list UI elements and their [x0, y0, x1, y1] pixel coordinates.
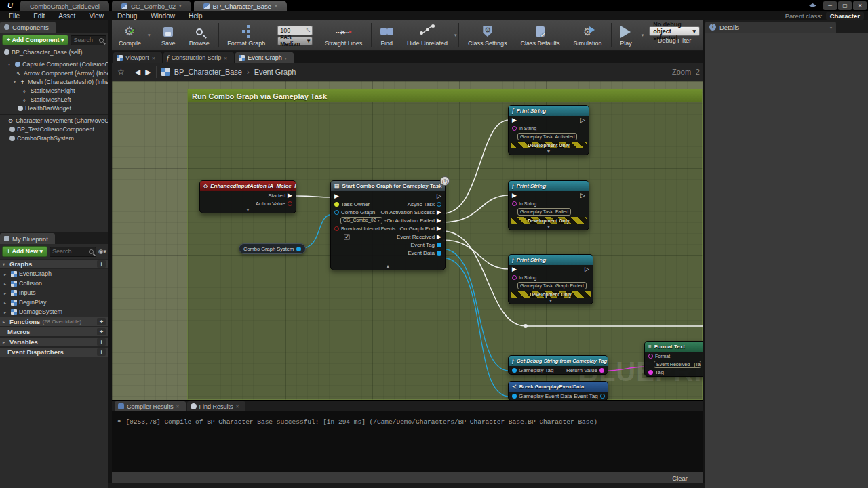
task-owner-pin[interactable]: [334, 202, 339, 207]
expander-icon[interactable]: ▸: [4, 291, 9, 296]
tutorial-cap-icon[interactable]: [809, 3, 816, 7]
back-button[interactable]: ◀: [135, 68, 140, 77]
node-print-string-1[interactable]: fPrint String ▶▷ In String Gameplay Task…: [508, 105, 589, 155]
find-button[interactable]: Find: [374, 20, 400, 50]
exec-pin-out[interactable]: ▶: [437, 226, 441, 232]
hide-unrelated-button[interactable]: Hide Unrelated: [400, 20, 454, 50]
minimize-button[interactable]: ─: [823, 1, 837, 10]
exec-pin-in[interactable]: ▶: [512, 117, 517, 123]
component-item-staticmesh-left[interactable]: ⬨StaticMeshLeft: [0, 95, 108, 104]
data-pin-out[interactable]: [288, 201, 292, 206]
in-string-pin[interactable]: [512, 126, 517, 131]
add-function-button[interactable]: +: [97, 318, 106, 325]
exec-pin-in[interactable]: ▶: [512, 192, 517, 199]
tab-compiler-results[interactable]: Compiler Results✕: [115, 401, 186, 411]
event-tag-out-pin[interactable]: [600, 394, 605, 399]
component-item-testcollision[interactable]: BP_TestCollisionComponent: [0, 125, 108, 134]
collapse-arrow-icon[interactable]: ▼: [509, 149, 589, 155]
component-item-charmove[interactable]: ⚙Character Movement (CharMoveCo: [0, 116, 108, 125]
simulation-button[interactable]: ⚙Simulation: [567, 20, 609, 50]
component-item-self[interactable]: BP_Character_Base (self): [0, 47, 108, 56]
close-button[interactable]: ✕: [853, 1, 867, 10]
combo-graph-pin[interactable]: [334, 210, 339, 215]
expander-icon[interactable]: ▾: [14, 79, 18, 84]
component-item-arrow[interactable]: ↖Arrow Component (Arrow) (Inherit: [0, 68, 108, 77]
collapse-arrow-icon[interactable]: ▼: [509, 224, 589, 230]
menu-view[interactable]: View: [89, 12, 104, 20]
in-string-field[interactable]: Gameplay Task: Graph Ended: [517, 282, 587, 289]
component-item-staticmesh-right[interactable]: ⬨StaticMeshRight: [0, 86, 108, 95]
class-defaults-button[interactable]: Class Defaults: [514, 20, 567, 50]
return-value-pin[interactable]: [599, 368, 604, 373]
menu-file[interactable]: File: [9, 12, 20, 20]
node-header[interactable]: fPrint String: [509, 255, 593, 265]
components-search-input[interactable]: [73, 37, 99, 43]
node-header[interactable]: fGet Debug String from Gameplay Tag: [509, 356, 608, 366]
node-header[interactable]: ≡Format Text: [645, 342, 705, 352]
expander-icon[interactable]: ▸: [4, 272, 9, 277]
comment-header[interactable]: Run Combo Graph via Gameplay Task: [188, 89, 702, 102]
compiler-log[interactable]: ● [0253,78] Compile of BP_Character_Base…: [112, 411, 703, 472]
section-macros[interactable]: Macros+: [0, 327, 108, 337]
splitter-left[interactable]: [108, 20, 112, 488]
collapse-arrow-icon[interactable]: ▼: [200, 207, 296, 213]
tab-event-graph[interactable]: Event Graph▾: [235, 52, 294, 63]
component-item-healthbar[interactable]: HealthBarWidget: [0, 104, 108, 113]
compile-options-chevron[interactable]: ▾: [148, 33, 151, 38]
node-format-text[interactable]: ≡Format Text Format Event Received - {Ta…: [644, 341, 705, 377]
exec-pin-out[interactable]: ▶: [288, 192, 292, 199]
node-combo-graph-system-var[interactable]: Combo Graph System: [239, 243, 306, 254]
compile-button[interactable]: ⚙✓Compile: [112, 20, 148, 50]
node-header[interactable]: fPrint String: [509, 106, 589, 116]
event-data-in-pin[interactable]: [512, 394, 517, 399]
exec-pin-out[interactable]: ▶: [437, 209, 441, 216]
maximize-button[interactable]: ▢: [838, 1, 852, 10]
format-field[interactable]: Event Received - {Tag}: [654, 361, 701, 368]
close-icon[interactable]: ✕: [152, 56, 155, 60]
expander-icon[interactable]: ▸: [4, 300, 9, 305]
add-graph-button[interactable]: +: [97, 260, 106, 268]
components-tab[interactable]: Components: [0, 22, 56, 33]
expander-icon[interactable]: ▸: [4, 281, 9, 286]
exec-pin-out[interactable]: ▷: [580, 117, 585, 123]
section-variables[interactable]: ▸Variables+: [0, 337, 108, 347]
component-item-mesh[interactable]: ▾✝Mesh (CharacterMesh0) (Inherite: [0, 77, 108, 86]
node-start-combo-graph[interactable]: ◷ ▤Start Combo Graph for Gameplay Task ▶…: [330, 180, 446, 270]
collapse-arrow-icon[interactable]: ▼: [509, 298, 593, 304]
section-graphs[interactable]: ▾Graphs+: [0, 259, 108, 269]
combo-graph-select[interactable]: CG_Combo_02▾: [340, 217, 382, 224]
clear-button[interactable]: Clear: [667, 474, 693, 483]
fas-median-dropdown[interactable]: FAS Median▾: [277, 37, 313, 45]
play-button[interactable]: Play: [613, 20, 639, 50]
tab-find-results[interactable]: Find Results✕: [187, 401, 245, 411]
node-print-string-3[interactable]: fPrint String ▶▷ In String Gameplay Task…: [508, 254, 593, 304]
collapse-arrow-icon[interactable]: ▲: [331, 264, 445, 269]
forward-button[interactable]: ▶: [145, 68, 151, 77]
section-dispatchers[interactable]: Event Dispatchers+: [0, 347, 108, 357]
component-item-capsule[interactable]: ▾Capsule Component (CollisionCylin: [0, 60, 108, 68]
close-icon[interactable]: ✕: [236, 404, 239, 409]
in-string-field[interactable]: Gameplay Task: Activated: [517, 133, 577, 140]
tag-pin[interactable]: [648, 370, 653, 375]
node-enhanced-input-action[interactable]: ◇EnhancedInputAction IA_Melee_Heavy Star…: [199, 180, 296, 214]
graph-item-collision[interactable]: ▸Collision: [0, 279, 108, 288]
class-settings-button[interactable]: ⚙Class Settings: [461, 20, 514, 50]
event-graph-canvas[interactable]: Run Combo Graph via Gameplay Task BLUEPR…: [112, 81, 705, 400]
expander-icon[interactable]: ▾: [8, 62, 13, 66]
in-string-pin[interactable]: [512, 275, 517, 280]
event-data-pin[interactable]: [437, 251, 441, 256]
exec-pin-out[interactable]: ▷: [585, 266, 589, 272]
tab-viewport[interactable]: Viewport✕: [113, 52, 162, 63]
myblueprint-tab[interactable]: My Blueprint: [0, 233, 55, 244]
node-header[interactable]: ▤Start Combo Graph for Gameplay Task: [331, 181, 445, 191]
async-task-pin[interactable]: [437, 202, 441, 207]
browse-button[interactable]: Browse: [182, 20, 216, 50]
node-header[interactable]: fPrint String: [509, 181, 589, 191]
menu-help[interactable]: Help: [189, 12, 203, 20]
save-button[interactable]: Save: [155, 20, 182, 50]
node-get-debug-string[interactable]: fGet Debug String from Gameplay Tag Game…: [508, 355, 608, 375]
exec-pin-out[interactable]: ▷: [437, 193, 441, 199]
menu-window[interactable]: Window: [151, 12, 175, 20]
exec-pin-in[interactable]: ▶: [512, 266, 517, 272]
expander-icon[interactable]: ▸: [4, 310, 9, 314]
